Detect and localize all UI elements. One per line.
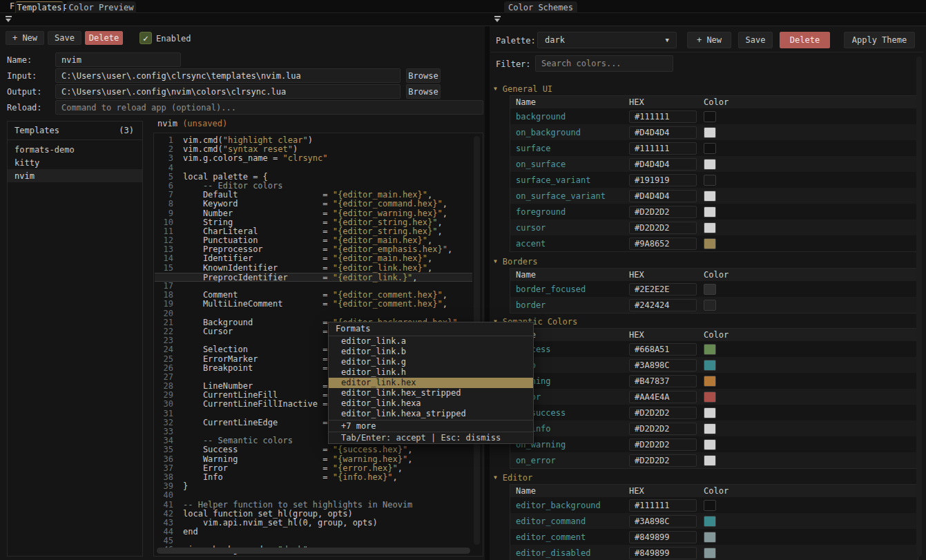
collapse-left-panel-icon[interactable] <box>6 16 12 23</box>
color-swatch[interactable] <box>704 344 716 355</box>
color-name: surface <box>510 144 629 153</box>
color-swatch[interactable] <box>704 423 716 434</box>
panel-divider[interactable] <box>485 13 490 560</box>
hex-field[interactable]: #191919 <box>629 174 697 186</box>
hex-field[interactable]: #B47837 <box>629 375 697 387</box>
enabled-checkbox[interactable]: ✓ <box>139 32 152 44</box>
code-line[interactable]: 43 vim.api.nvim_set_hl(0, group, opts) <box>155 519 472 528</box>
color-swatch[interactable] <box>704 376 716 387</box>
hex-field[interactable]: #9A8652 <box>629 238 697 250</box>
color-swatch[interactable] <box>704 407 716 418</box>
autocomplete-item[interactable]: editor_link.h <box>329 367 533 378</box>
hex-field[interactable]: #D2D2D2 <box>629 407 697 419</box>
color-swatch[interactable] <box>704 222 716 233</box>
hex-field[interactable]: #849899 <box>629 531 697 543</box>
color-row: editor_background#111111 <box>510 497 918 513</box>
browse-input-button[interactable]: Browse <box>406 68 441 83</box>
color-swatch[interactable] <box>704 175 716 186</box>
reload-command-input[interactable] <box>55 100 483 115</box>
save-template-button[interactable]: Save <box>48 31 81 45</box>
autocomplete-item[interactable]: editor_link.hex_stripped <box>329 388 533 398</box>
hex-field[interactable]: #111111 <box>629 142 697 155</box>
autocomplete-item[interactable]: editor_link.a <box>329 336 533 347</box>
hex-field[interactable]: #849899 <box>629 547 697 559</box>
hex-field[interactable]: #D4D4D4 <box>629 126 697 139</box>
new-template-button[interactable]: + New <box>6 31 44 45</box>
hex-field[interactable]: #242424 <box>629 299 697 311</box>
hex-field[interactable]: #D2D2D2 <box>629 438 697 451</box>
tab-color-preview[interactable]: Color Preview <box>66 1 136 13</box>
color-swatch[interactable] <box>704 127 716 138</box>
input-path-input[interactable] <box>55 68 401 83</box>
color-swatch[interactable] <box>704 392 716 403</box>
template-list-item[interactable]: nvim <box>8 169 142 182</box>
delete-template-button[interactable]: Delete <box>85 31 123 45</box>
hex-field[interactable]: #AA4E4A <box>629 391 697 403</box>
hex-field[interactable]: #D4D4D4 <box>629 190 697 202</box>
autocomplete-item[interactable]: editor_link.hexa_stripped <box>329 409 533 419</box>
hex-field[interactable]: #D2D2D2 <box>629 206 697 218</box>
hex-field[interactable]: #3A898C <box>629 515 697 528</box>
section-header[interactable]: ▼Semantic Colors <box>494 316 919 327</box>
section-header[interactable]: ▼Editor <box>494 472 919 483</box>
autocomplete-item[interactable]: editor_link.hexa <box>329 398 533 409</box>
code-line[interactable]: 15 KnownIdentifier = "{editor_link.hex}"… <box>155 264 472 273</box>
output-path-input[interactable] <box>55 84 401 99</box>
template-list-item[interactable]: kitty <box>8 156 142 169</box>
color-swatch[interactable] <box>704 111 716 122</box>
color-swatch[interactable] <box>704 516 716 527</box>
code-line[interactable]: 3vim.g.colors_name = "clrsync" <box>155 154 472 163</box>
code-line[interactable]: 38 Info = "{info.hex}", <box>155 473 472 482</box>
color-swatch[interactable] <box>704 532 716 543</box>
hex-field[interactable]: #D4D4D4 <box>629 158 697 171</box>
color-swatch[interactable] <box>704 548 716 559</box>
hex-field[interactable]: #2E2E2E <box>629 283 697 296</box>
new-palette-button[interactable]: + New <box>687 32 731 48</box>
section-header[interactable]: ▼General UI <box>494 83 919 95</box>
color-swatch[interactable] <box>704 238 716 249</box>
section-header[interactable]: ▼Borders <box>494 255 919 267</box>
code-text: KnownIdentifier = "{editor_link.hex}", <box>183 264 432 273</box>
color-swatch[interactable] <box>704 455 716 466</box>
autocomplete-item[interactable]: editor_link.hex <box>329 378 533 388</box>
hex-field[interactable]: #D2D2D2 <box>629 423 697 435</box>
column-color: Color <box>704 270 729 280</box>
template-list-item[interactable]: formats-demo <box>8 143 142 156</box>
color-swatch[interactable] <box>704 206 716 218</box>
right-panel-scrollbar[interactable] <box>916 57 922 557</box>
hex-field[interactable]: #668A51 <box>629 343 697 356</box>
color-swatch[interactable] <box>704 300 716 311</box>
autocomplete-item[interactable]: editor_link.b <box>329 347 533 357</box>
hex-field[interactable]: #111111 <box>629 110 697 123</box>
code-line[interactable]: 39} <box>155 482 472 491</box>
color-swatch[interactable] <box>704 500 716 511</box>
editor-horizontal-scrollbar[interactable] <box>157 548 470 554</box>
hex-field[interactable]: #111111 <box>629 499 697 512</box>
autocomplete-item[interactable]: editor_link.g <box>329 357 533 367</box>
autocomplete-more[interactable]: +7 more <box>329 420 533 432</box>
hex-field[interactable]: #3A898C <box>629 359 697 371</box>
code-line[interactable]: PreprocIdentifier = "{editor_link.}", <box>155 273 472 282</box>
name-input[interactable] <box>55 52 181 67</box>
hex-field[interactable]: #D2D2D2 <box>629 454 697 467</box>
code-line[interactable]: 44end <box>155 528 472 537</box>
code-line[interactable]: 19 MultiLineComment = "{editor_comment.h… <box>155 300 472 309</box>
color-swatch[interactable] <box>704 159 716 170</box>
apply-theme-button[interactable]: Apply Theme <box>844 32 915 48</box>
delete-palette-button[interactable]: Delete <box>780 32 830 48</box>
color-swatch[interactable] <box>704 284 716 295</box>
color-swatch[interactable] <box>704 360 716 371</box>
color-swatch[interactable] <box>704 143 716 154</box>
collapse-right-panel-icon[interactable] <box>494 16 501 23</box>
tab-templates[interactable]: Templates <box>15 1 64 13</box>
tab-color-schemes[interactable]: Color Schemes <box>504 1 577 13</box>
hex-field[interactable]: #D2D2D2 <box>629 222 697 234</box>
palette-select[interactable]: dark ▼ <box>537 32 677 48</box>
color-swatch[interactable] <box>704 439 716 450</box>
color-section: ▼General UINameHEXColorbackground#111111… <box>494 83 919 252</box>
save-palette-button[interactable]: Save <box>738 32 773 48</box>
browse-output-button[interactable]: Browse <box>406 84 441 99</box>
color-swatch[interactable] <box>704 191 716 202</box>
code-text: vim.api.nvim_set_hl(0, group, opts) <box>183 519 378 528</box>
color-filter-input[interactable] <box>535 55 673 72</box>
